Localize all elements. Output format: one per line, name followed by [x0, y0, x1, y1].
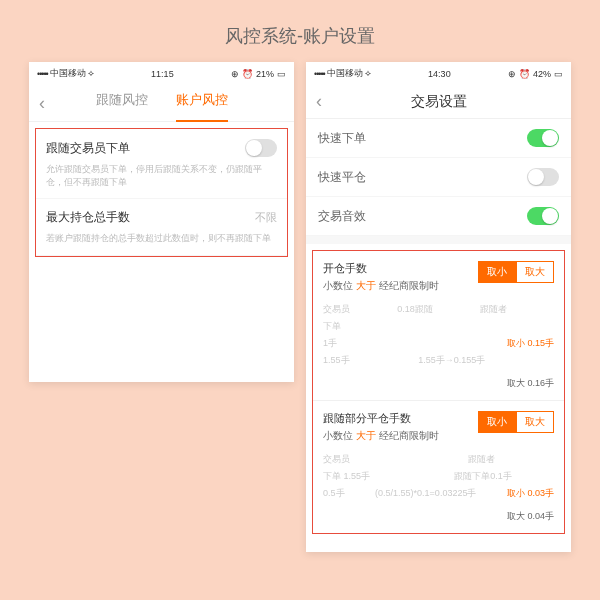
toggle-quick-close[interactable]	[527, 168, 559, 186]
setting-desc: 若账户跟随持仓的总手数超过此数值时，则不再跟随下单	[46, 232, 277, 245]
row-quick-close[interactable]: 快速平仓	[306, 158, 571, 197]
tab-follow[interactable]: 跟随风控	[96, 91, 148, 115]
nav-bar: ‹ 跟随风控 账户风控	[29, 85, 294, 122]
phone-right: •••••中国移动⟡ 14:30 ⊕⏰42%▭ ‹ 交易设置 快速下单 快速平仓…	[306, 62, 571, 552]
highlighted-settings: 跟随交易员下单 允许跟随交易员下单，停用后跟随关系不变，仍跟随平仓，但不再跟随下…	[35, 128, 288, 257]
setting-follow-order[interactable]: 跟随交易员下单 允许跟随交易员下单，停用后跟随关系不变，仍跟随平仓，但不再跟随下…	[36, 129, 287, 199]
toggle-follow[interactable]	[245, 139, 277, 157]
row-quick-order[interactable]: 快速下单	[306, 119, 571, 158]
status-bar: •••••中国移动⟡ 11:15 ⊕⏰21%▭	[29, 62, 294, 85]
section-open-lots: 开仓手数 小数位 大于 经纪商限制时 取小 取大 交易员0.18跟随跟随者 下单…	[313, 251, 564, 400]
setting-max-lots[interactable]: 最大持仓总手数 不限 若账户跟随持仓的总手数超过此数值时，则不再跟随下单	[36, 199, 287, 256]
highlighted-sections: 开仓手数 小数位 大于 经纪商限制时 取小 取大 交易员0.18跟随跟随者 下单…	[312, 250, 565, 534]
nav-bar: ‹ 交易设置	[306, 85, 571, 119]
toggle-sound[interactable]	[527, 207, 559, 225]
setting-label: 跟随交易员下单	[46, 140, 130, 157]
back-icon[interactable]: ‹	[39, 93, 59, 114]
tab-account[interactable]: 账户风控	[176, 91, 228, 115]
setting-label: 最大持仓总手数	[46, 209, 130, 226]
page-title: 风控系统-账户设置	[0, 0, 600, 62]
seg-small[interactable]: 取小	[478, 411, 516, 433]
seg-big[interactable]: 取大	[516, 261, 554, 283]
toggle-quick-order[interactable]	[527, 129, 559, 147]
setting-desc: 允许跟随交易员下单，停用后跟随关系不变，仍跟随平仓，但不再跟随下单	[46, 163, 277, 188]
segment-control[interactable]: 取小 取大	[478, 261, 554, 283]
segment-control[interactable]: 取小 取大	[478, 411, 554, 433]
status-bar: •••••中国移动⟡ 14:30 ⊕⏰42%▭	[306, 62, 571, 85]
back-icon[interactable]: ‹	[316, 91, 336, 112]
setting-value: 不限	[255, 210, 277, 225]
nav-title: 交易设置	[336, 93, 541, 111]
section-close-lots: 跟随部分平仓手数 小数位 大于 经纪商限制时 取小 取大 交易员跟随者 下单 1…	[313, 401, 564, 533]
example-table: 交易员0.18跟随跟随者 下单 1手取小 0.15手 1.55手1.55手→0.…	[323, 303, 554, 390]
seg-big[interactable]: 取大	[516, 411, 554, 433]
row-sound[interactable]: 交易音效	[306, 197, 571, 236]
example-table: 交易员跟随者 下单 1.55手跟随下单0.1手 0.5手(0.5/1.55)*0…	[323, 453, 554, 523]
phone-left: •••••中国移动⟡ 11:15 ⊕⏰21%▭ ‹ 跟随风控 账户风控 跟随交易…	[29, 62, 294, 382]
seg-small[interactable]: 取小	[478, 261, 516, 283]
